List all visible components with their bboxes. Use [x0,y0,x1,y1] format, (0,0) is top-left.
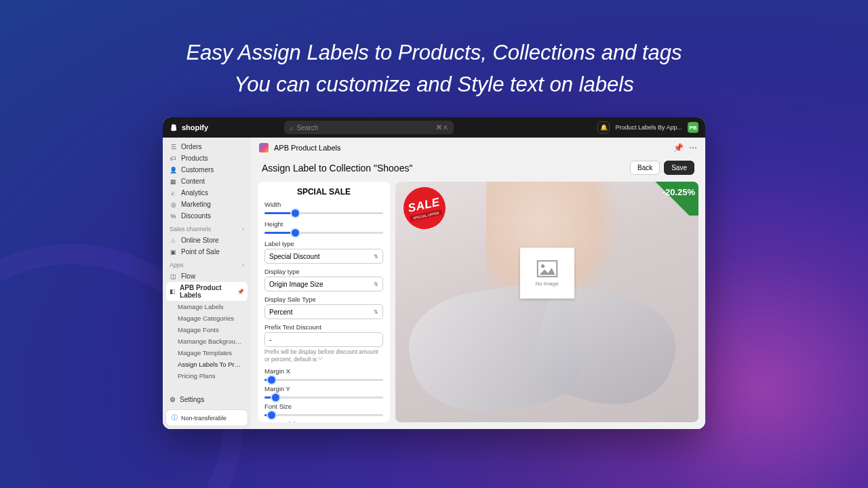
width-slider[interactable] [264,209,383,216]
nav-customers[interactable]: 👤Customers [163,164,251,176]
font-size-slider[interactable] [264,411,383,418]
discount-value: -20.25% [663,187,695,197]
nav-label: Marketing [181,201,211,208]
nav-label: Discounts [181,212,211,220]
nav-label: Flow [181,272,195,280]
marketing-icon: ◎ [170,201,177,208]
prefix-label: Prefix Text Discount [264,323,383,331]
pos-icon: ▣ [170,248,177,256]
nav-flow[interactable]: ◫Flow [163,270,251,282]
customers-icon: 👤 [170,166,177,174]
prefix-input[interactable]: - [264,332,383,347]
nav-apb-product-labels[interactable]: ◧ APB Product Labels 📌 [166,282,248,301]
page-heading: Assign Label to Collection "Shooes" Back… [251,158,705,182]
back-button[interactable]: Back [630,161,660,175]
nav-discounts[interactable]: %Discounts [163,210,251,222]
pin-icon[interactable]: 📌 [237,289,244,295]
avatar[interactable]: PB [688,122,698,133]
sales-channels-section: Sales channels› [163,222,251,235]
sub-pricing-plans[interactable]: Pricing Plans [163,370,251,382]
nav-label: Online Store [181,237,219,244]
chevron-down-icon: ⇅ [374,253,378,260]
svg-point-1 [540,264,544,268]
search-placeholder: Search [297,124,319,131]
discount-flag: -20.25% [637,182,698,216]
content-icon: ▦ [170,178,177,185]
section-label: Apps [170,262,184,268]
form-title: SPCIAL SALE [264,187,383,197]
display-sale-type-select[interactable]: Percent ⇅ [264,304,383,319]
sub-manage-backgrounds[interactable]: Mamange Backgrounds [163,336,251,347]
nav-online-store[interactable]: ⌂Online Store [163,235,251,246]
margin-y-slider[interactable] [264,394,383,401]
nav-label: Orders [181,143,202,150]
no-image-text: No image [535,280,558,286]
nav-label: Analytics [181,189,208,197]
app-header: APB Product Labels 📌 ⋯ [251,138,705,158]
no-image-placeholder: No image [520,247,574,298]
nav-content[interactable]: ▦Content [163,176,251,187]
chevron-right-icon[interactable]: › [242,226,244,232]
topbar-app-name[interactable]: Product Labels By App... [615,124,682,131]
section-label: Sales channels [170,226,211,232]
prefix-help: Prefix will be display before discount a… [264,348,383,363]
select-value: Percent [269,308,292,316]
nav-products[interactable]: 🏷Products [163,152,251,164]
nav-orders[interactable]: ☰Orders [163,141,251,152]
sub-manage-fonts[interactable]: Magage Fonts [163,324,251,336]
nav-settings[interactable]: ⚙ Settings [163,392,251,407]
non-transferable-badge[interactable]: ⓘ Non-transferable [166,410,248,426]
input-value: - [269,336,271,344]
notifications-button[interactable]: 🔔 [597,121,610,134]
display-type-select[interactable]: Origin Image Size ⇅ [264,277,383,291]
nav-marketing[interactable]: ◎Marketing [163,199,251,210]
more-icon[interactable]: ⋯ [689,143,697,152]
shopify-brand[interactable]: shopify [170,123,208,132]
sub-manage-templates[interactable]: Magage Templates [163,347,251,359]
chevron-down-icon: ⇅ [374,309,378,315]
marketing-headline: Easy Assign Labels to Products, Collecti… [0,0,868,117]
search-input[interactable]: ⌕ Search ⌘ K [284,121,454,134]
pin-icon[interactable]: 📌 [673,143,684,152]
analytics-icon: ⟀ [170,189,177,197]
sub-manage-categories[interactable]: Magage Categories [163,312,251,324]
image-icon [536,260,558,277]
nav-label: Content [181,178,205,185]
store-icon: ⌂ [170,237,177,244]
width-label: Width [264,201,383,208]
shopify-icon [170,123,178,132]
products-icon: 🏷 [170,155,177,162]
sub-assign-labels[interactable]: Assign Labels To Produ... [163,359,251,370]
label-type-select[interactable]: Special Discount ⇅ [264,249,383,264]
margin-x-slider[interactable] [264,376,383,383]
main-area: APB Product Labels 📌 ⋯ Assign Label to C… [251,138,705,429]
sidebar: ☰Orders 🏷Products 👤Customers ▦Content ⟀A… [163,138,251,429]
nav-label: Customers [181,166,214,174]
brand-text: shopify [182,123,208,131]
page-title: Assign Label to Collection "Shooes" [262,163,412,174]
font-weight-label: Font Weight [264,420,383,422]
settings-label: Settings [180,396,204,403]
info-icon: ⓘ [172,413,178,422]
app-icon: ◧ [170,288,176,296]
gear-icon: ⚙ [170,396,176,403]
nav-pos[interactable]: ▣Point of Sale [163,246,251,258]
height-label: Height [264,220,383,228]
search-kbd: ⌘ K [436,124,448,131]
display-type-label: Display type [264,268,383,275]
nav-label: Products [181,155,208,162]
save-button[interactable]: Save [664,161,694,175]
non-transferable-label: Non-transferable [181,415,226,422]
label-type-label: Label type [264,240,383,247]
chevron-right-icon[interactable]: › [242,262,244,268]
height-slider[interactable] [264,229,383,236]
sub-manage-labels[interactable]: Mamage Labels [163,301,251,312]
topbar: shopify ⌕ Search ⌘ K 🔔 Product Labels By… [163,117,705,138]
orders-icon: ☰ [170,143,177,150]
font-size-label: Font Size [264,403,383,410]
form-panel: SPCIAL SALE Width Height [258,182,390,422]
select-value: Origin Image Size [269,281,323,288]
select-value: Special Discount [269,253,319,260]
headline-line1: Easy Assign Labels to Products, Collecti… [0,37,868,69]
nav-analytics[interactable]: ⟀Analytics [163,187,251,199]
